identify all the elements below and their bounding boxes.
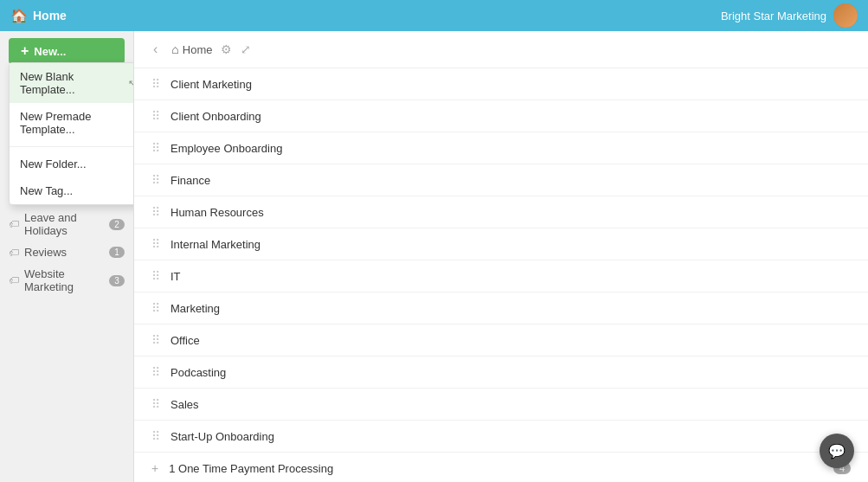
list-item-internal-marketing[interactable]: ⠿ Internal Marketing bbox=[134, 228, 868, 260]
topbar-home[interactable]: 🏠 Home bbox=[10, 8, 67, 24]
plus-expand-icon[interactable]: + bbox=[151, 461, 158, 475]
list-item-name: 1 One Time Payment Processing bbox=[169, 462, 826, 475]
list-item-client-marketing[interactable]: ⠿ Client Marketing bbox=[134, 68, 868, 100]
list-item-name: Client Onboarding bbox=[170, 110, 851, 123]
content-header: ‹ ⌂ Home ⚙ ⤢ bbox=[134, 31, 868, 68]
list-item-name: Marketing bbox=[170, 302, 851, 315]
list-item-name: Human Resources bbox=[170, 206, 851, 219]
list-item-name: IT bbox=[170, 270, 851, 283]
back-arrow[interactable]: ‹ bbox=[148, 40, 163, 59]
dropdown-item-new-blank-template[interactable]: New Blank Template... ↖ bbox=[10, 63, 134, 103]
main-content: ‹ ⌂ Home ⚙ ⤢ ⠿ Client Marketing ⠿ Client… bbox=[134, 31, 868, 482]
list-item-client-onboarding[interactable]: ⠿ Client Onboarding bbox=[134, 100, 868, 132]
drag-handle-icon: ⠿ bbox=[151, 365, 160, 379]
list-item-office[interactable]: ⠿ Office bbox=[134, 325, 868, 357]
list-item-name: Office bbox=[170, 334, 851, 347]
drag-handle-icon: ⠿ bbox=[151, 77, 160, 91]
chat-icon: 💬 bbox=[828, 443, 845, 460]
list-item-name: Client Marketing bbox=[170, 78, 851, 91]
topbar-org-name: Bright Star Marketing bbox=[721, 10, 826, 22]
drag-handle-icon: ⠿ bbox=[151, 109, 160, 123]
list-item-startup-onboarding[interactable]: ⠿ Start-Up Onboarding bbox=[134, 421, 868, 453]
list-item-name: Employee Onboarding bbox=[170, 142, 851, 155]
list-item-it[interactable]: ⠿ IT bbox=[134, 260, 868, 292]
list-item-name: Finance bbox=[170, 174, 851, 187]
sidebar-item-reviews[interactable]: 🏷 Reviews 1 bbox=[0, 241, 133, 263]
drag-handle-icon: ⠿ bbox=[151, 397, 160, 411]
sidebar-tag-label: Website Marketing bbox=[24, 267, 109, 293]
new-button-label: New... bbox=[34, 45, 66, 58]
drag-handle-icon: ⠿ bbox=[151, 301, 160, 315]
drag-handle-icon: ⠿ bbox=[151, 269, 160, 283]
list-item-human-resources[interactable]: ⠿ Human Resources bbox=[134, 196, 868, 228]
cursor-indicator: ↖ bbox=[128, 78, 134, 89]
topbar-right: Bright Star Marketing bbox=[721, 3, 858, 28]
dropdown-item-label: New Tag... bbox=[20, 184, 73, 197]
list-item-name: Internal Marketing bbox=[170, 238, 851, 251]
settings-icon[interactable]: ⚙ bbox=[221, 42, 232, 56]
dropdown-divider bbox=[10, 146, 134, 147]
list-item-sales[interactable]: ⠿ Sales bbox=[134, 389, 868, 421]
avatar[interactable] bbox=[833, 3, 858, 28]
sidebar-tag-label: Reviews bbox=[24, 246, 67, 259]
list-item-name: Sales bbox=[170, 398, 851, 411]
drag-handle-icon: ⠿ bbox=[151, 237, 160, 251]
topbar-home-label: Home bbox=[33, 9, 67, 22]
sidebar-tag-badge: 2 bbox=[109, 219, 125, 230]
drag-handle-icon: ⠿ bbox=[151, 205, 160, 219]
sidebar-tag-badge: 1 bbox=[109, 247, 125, 258]
topbar: 🏠 Home Bright Star Marketing bbox=[0, 0, 868, 31]
dropdown-item-label: New Premade Template... bbox=[20, 110, 134, 136]
breadcrumb-home-label: Home bbox=[183, 43, 213, 56]
new-button[interactable]: + New... bbox=[9, 38, 125, 64]
dropdown-item-new-folder[interactable]: New Folder... bbox=[10, 151, 134, 177]
list-item-name: Start-Up Onboarding bbox=[170, 430, 851, 443]
drag-handle-icon: ⠿ bbox=[151, 429, 160, 443]
list-item-payment-processing[interactable]: + 1 One Time Payment Processing 4 bbox=[134, 453, 868, 482]
tag-icon: 🏷 bbox=[9, 274, 19, 286]
home-breadcrumb-icon: ⌂ bbox=[171, 42, 178, 56]
avatar-image bbox=[833, 3, 858, 28]
plus-icon: + bbox=[21, 44, 29, 58]
dropdown-item-new-tag[interactable]: New Tag... bbox=[10, 177, 134, 204]
dropdown-item-new-premade-template[interactable]: New Premade Template... bbox=[10, 103, 134, 143]
drag-handle-icon: ⠿ bbox=[151, 173, 160, 187]
sidebar-tag-label: Leave and Holidays bbox=[24, 211, 109, 237]
dropdown-item-label: New Blank Template... bbox=[20, 70, 123, 96]
tag-icon: 🏷 bbox=[9, 218, 19, 230]
drag-handle-icon: ⠿ bbox=[151, 333, 160, 347]
list-item-name: Podcasting bbox=[170, 366, 851, 379]
sidebar-item-leave-holidays[interactable]: 🏷 Leave and Holidays 2 bbox=[0, 207, 133, 241]
drag-handle-icon: ⠿ bbox=[151, 141, 160, 155]
breadcrumb[interactable]: ⌂ Home bbox=[171, 42, 212, 56]
tag-icon: 🏷 bbox=[9, 247, 19, 259]
list-item-marketing[interactable]: ⠿ Marketing bbox=[134, 292, 868, 325]
dropdown-item-label: New Folder... bbox=[20, 157, 87, 170]
list-area: ⠿ Client Marketing ⠿ Client Onboarding ⠿… bbox=[134, 68, 868, 482]
sidebar: + New... New Blank Template... ↖ New Pre… bbox=[0, 31, 134, 482]
chat-bubble[interactable]: 💬 bbox=[820, 434, 854, 468]
sidebar-tag-badge: 3 bbox=[109, 275, 125, 286]
list-item-podcasting[interactable]: ⠿ Podcasting bbox=[134, 357, 868, 389]
sidebar-item-website-marketing[interactable]: 🏷 Website Marketing 3 bbox=[0, 263, 133, 298]
new-dropdown: New Blank Template... ↖ New Premade Temp… bbox=[9, 62, 134, 205]
expand-icon[interactable]: ⤢ bbox=[241, 42, 251, 56]
home-icon-top: 🏠 bbox=[10, 8, 28, 24]
list-item-finance[interactable]: ⠿ Finance bbox=[134, 164, 868, 196]
list-item-employee-onboarding[interactable]: ⠿ Employee Onboarding bbox=[134, 132, 868, 164]
